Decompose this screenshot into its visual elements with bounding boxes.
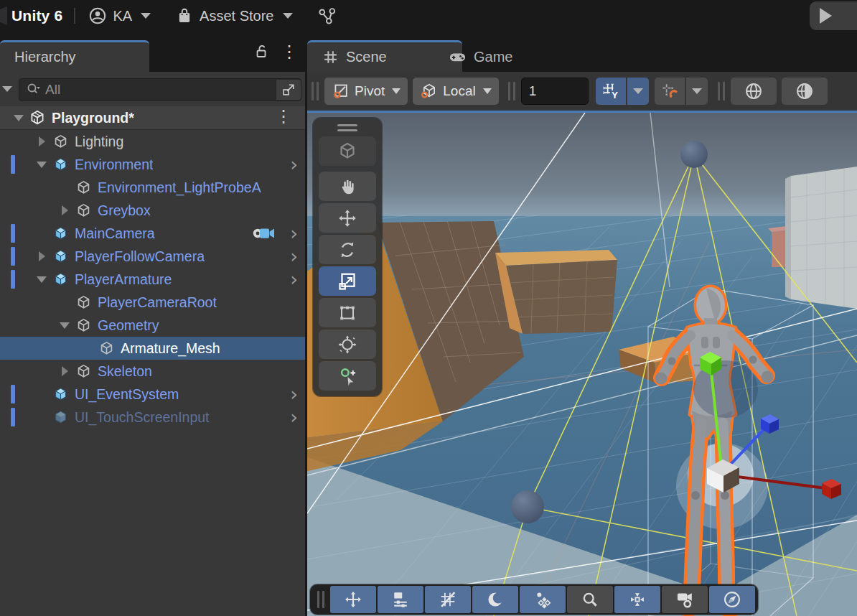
hierarchy-row[interactable]: Skeleton ›	[0, 360, 305, 383]
expander-icon[interactable]	[37, 162, 47, 168]
scene-toolbar: Pivot Local Y	[307, 72, 857, 111]
snap-dropdown[interactable]	[686, 78, 708, 105]
grid-visibility-button[interactable]	[425, 586, 471, 613]
scene-lighting-button[interactable]	[472, 586, 518, 613]
row-label: UI_TouchScreenInput	[75, 409, 210, 426]
prefab-override-bar	[11, 270, 15, 289]
expander-icon[interactable]	[37, 276, 47, 283]
chevron-down-icon	[483, 88, 492, 94]
grid-axis-dropdown[interactable]	[627, 78, 649, 105]
hierarchy-row[interactable]: PlayerCameraRoot ›	[0, 291, 305, 314]
app-title: Unity 6	[11, 7, 62, 24]
hierarchy-row[interactable]: Environment_LightProbeA ›	[0, 176, 305, 199]
toolbar-drag-handle[interactable]	[718, 82, 725, 101]
row-label: PlayerFollowCamera	[75, 248, 205, 265]
expander-icon[interactable]	[60, 322, 70, 329]
hierarchy-row[interactable]: UI_TouchScreenInput ›	[0, 406, 305, 429]
scene-camera-button[interactable]	[662, 586, 708, 613]
tab-label: Game	[474, 49, 512, 65]
panel-menu-icon[interactable]: ⋮	[281, 45, 298, 59]
expander-icon[interactable]	[62, 366, 68, 376]
toolbar-drag-handle[interactable]	[508, 82, 515, 101]
gameobject-icon	[73, 202, 93, 219]
grid-icon	[322, 48, 339, 66]
hierarchy-row[interactable]: Armature_Mesh ›	[0, 337, 305, 360]
move-overlay-button[interactable]	[330, 586, 376, 613]
prefab-open-chevron-icon[interactable]: ›	[290, 406, 298, 428]
row-label: MainCamera	[75, 225, 155, 242]
scene-menu-icon[interactable]: ⋮	[275, 109, 292, 123]
open-new-window-icon[interactable]	[276, 80, 301, 100]
gizmo-center-button[interactable]	[614, 586, 660, 613]
expander-icon[interactable]	[14, 115, 24, 121]
toolbar-drag-handle[interactable]	[312, 82, 319, 101]
unity-editor-window: Unity 6 KA Asset Store	[0, 0, 857, 616]
snap-split-button	[655, 78, 708, 105]
asset-store-label: Asset Store	[200, 8, 273, 24]
prefab-open-chevron-icon[interactable]: ›	[290, 246, 298, 267]
hierarchy-row[interactable]: Environment ›	[0, 153, 305, 176]
pivot-label: Pivot	[355, 83, 385, 99]
greybox-box-mid	[495, 250, 617, 334]
hierarchy-row[interactable]: MainCamera ›	[0, 222, 305, 245]
scene-header-row[interactable]: Playground* ⋮	[0, 106, 305, 130]
hierarchy-tree: Playground* ⋮ Lighting › Environment	[0, 106, 305, 616]
scene-effects-button[interactable]	[520, 586, 566, 613]
gameobject-icon	[50, 409, 70, 426]
orientation-label: Local	[443, 83, 475, 99]
hierarchy-row[interactable]: PlayerArmature ›	[0, 268, 305, 291]
shaded-sphere-button[interactable]	[782, 78, 828, 105]
row-label: Lighting	[75, 134, 123, 150]
prefab-open-chevron-icon[interactable]: ›	[290, 269, 298, 290]
handle-orientation-button[interactable]: Local	[413, 78, 498, 105]
hierarchy-row[interactable]: Geometry ›	[0, 314, 305, 337]
tab-label: Hierarchy	[14, 49, 76, 65]
prefab-override-bar	[11, 155, 15, 174]
palette-drag-handle[interactable]	[319, 121, 376, 134]
hierarchy-row[interactable]: Greybox ›	[0, 199, 305, 222]
hierarchy-row[interactable]: PlayerFollowCamera ›	[0, 245, 305, 268]
asset-store-menu[interactable]: Asset Store	[175, 6, 292, 25]
account-menu[interactable]: KA	[88, 6, 151, 25]
greybox-box-grey	[785, 167, 857, 309]
prefab-open-chevron-icon[interactable]: ›	[290, 154, 298, 175]
shaded-wireframe-button[interactable]	[731, 78, 777, 105]
unlock-icon[interactable]	[253, 43, 271, 60]
chevron-down-icon	[141, 13, 151, 19]
rotate-tool-button[interactable]	[319, 235, 376, 264]
play-button[interactable]	[810, 1, 857, 30]
pivot-mode-button[interactable]: Pivot	[324, 78, 408, 105]
view-cube-tool-button[interactable]	[319, 136, 376, 166]
row-label: Greybox	[98, 202, 151, 219]
orientation-compass-button[interactable]	[709, 586, 755, 613]
grid-snap-button[interactable]	[655, 78, 685, 105]
prefab-open-chevron-icon[interactable]: ›	[290, 223, 298, 244]
search-input[interactable]	[44, 81, 276, 98]
expander-icon[interactable]	[39, 251, 45, 261]
prefab-open-chevron-icon[interactable]: ›	[290, 383, 298, 405]
tool-palette-overlay	[313, 118, 382, 396]
transform-tool-button[interactable]	[319, 330, 376, 359]
version-control-icon[interactable]	[317, 6, 337, 26]
hierarchy-row[interactable]: Lighting ›	[0, 130, 305, 153]
scale-tool-button[interactable]	[319, 266, 376, 296]
search-button[interactable]	[567, 586, 613, 613]
expander-icon[interactable]	[39, 136, 45, 146]
render-mode-button[interactable]	[378, 586, 423, 613]
hierarchy-row[interactable]: UI_EventSystem ›	[0, 383, 305, 406]
pan-tool-button[interactable]	[319, 172, 376, 201]
scene-panel: Scene Game Pivot Local	[307, 32, 857, 616]
workspace: Hierarchy ⋮	[0, 32, 857, 616]
search-input-wrap	[19, 78, 301, 101]
move-tool-button[interactable]	[319, 203, 376, 233]
expander-icon[interactable]	[62, 205, 68, 215]
scene-viewport[interactable]	[307, 113, 857, 616]
custom-tool-button[interactable]	[319, 361, 376, 391]
scene-filter-dropdown-icon[interactable]	[2, 86, 12, 92]
grid-size-field[interactable]	[521, 78, 589, 105]
grid-axis-button[interactable]: Y	[596, 78, 626, 105]
rect-tool-button[interactable]	[319, 298, 376, 327]
tab-hierarchy[interactable]: Hierarchy	[0, 40, 149, 72]
toolbar-drag-handle[interactable]	[317, 591, 324, 608]
tab-game[interactable]: Game	[434, 40, 570, 72]
